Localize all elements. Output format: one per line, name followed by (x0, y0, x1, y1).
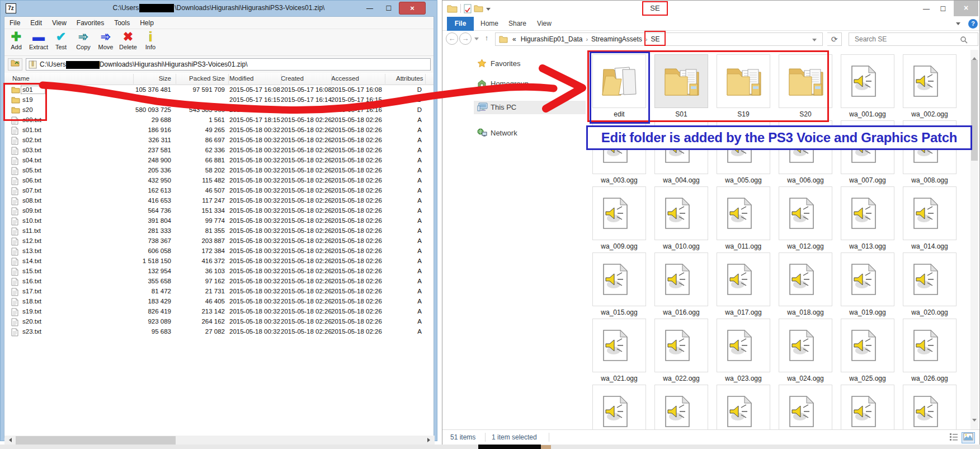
address-combo[interactable]: C:\UsersDownloads\Higurashi\HigurashiPS3… (26, 58, 431, 71)
qat-dropdown-icon[interactable] (486, 8, 491, 11)
sevenzip-titlebar[interactable]: 7z C:\Users\Downloads\Higurashi\Higurash… (1, 1, 437, 16)
column-separator[interactable] (176, 74, 176, 84)
menu-item-file[interactable]: File (4, 17, 25, 29)
table-row[interactable]: s13.txt606 058172 3842015-05-18 00:32201… (4, 246, 434, 256)
toolbar-button-move[interactable]: ➾Move (95, 29, 116, 55)
file-tile-clipped[interactable] (654, 385, 708, 429)
table-row[interactable]: s07.txt162 61346 5072015-05-18 00:322015… (4, 186, 434, 196)
file-tile-wa_011-ogg[interactable] (717, 186, 770, 240)
close-button[interactable]: × (954, 1, 978, 16)
table-row[interactable]: s04.txt248 90066 8812015-05-18 00:322015… (4, 156, 434, 166)
toolbar-button-info[interactable]: iInfo (140, 29, 161, 55)
thumbnail-view-button[interactable] (962, 432, 975, 443)
table-row[interactable]: s09.txt564 736151 3342015-05-18 00:32201… (4, 206, 434, 216)
search-input[interactable]: Search SE (849, 32, 978, 46)
table-row[interactable]: s08.txt416 653117 2472015-05-18 00:32201… (4, 196, 434, 206)
scroll-down-icon[interactable] (970, 420, 978, 429)
table-row[interactable]: s05.txt205 33658 2022015-05-18 00:322015… (4, 166, 434, 176)
toolbar-button-test[interactable]: ✔Test (50, 29, 72, 55)
forward-button[interactable]: → (459, 32, 472, 45)
file-tile-wa_019-ogg[interactable] (841, 252, 894, 306)
file-tile-wa_012-ogg[interactable] (779, 186, 832, 240)
sidebar-item-this-pc[interactable]: This PC (474, 101, 586, 114)
column-separator[interactable] (133, 74, 134, 84)
column-separator[interactable] (228, 74, 229, 84)
sidebar-item-favorites[interactable]: Favorites (474, 57, 586, 71)
new-folder-icon[interactable] (474, 4, 483, 12)
table-row[interactable]: s18.txt183 42946 4052015-05-18 00:322015… (4, 297, 434, 307)
file-tile-clipped[interactable] (779, 385, 832, 429)
menu-item-help[interactable]: Help (135, 17, 159, 29)
menu-item-view[interactable]: View (47, 17, 72, 29)
breadcrumb-item-streamingassets[interactable]: StreamingAssets (589, 33, 644, 45)
properties-doc-icon[interactable] (464, 4, 472, 13)
table-row[interactable]: s12.txt738 367203 8872015-05-18 00:32201… (4, 236, 434, 246)
help-icon[interactable]: ? (968, 19, 978, 29)
menu-item-favorites[interactable]: Favorites (72, 17, 109, 29)
file-tile-clipped[interactable] (903, 385, 957, 429)
file-tile-wa_026-ogg[interactable] (903, 319, 957, 372)
scrollbar-thumb[interactable] (16, 436, 176, 445)
file-tile-wa_023-ogg[interactable] (717, 319, 770, 372)
column-separator[interactable] (385, 74, 385, 84)
explorer-titlebar[interactable]: SE — ☐ × (442, 1, 979, 17)
sidebar-item-network[interactable]: Network (474, 127, 586, 140)
column-header-attributes[interactable]: Attributes (396, 75, 422, 82)
ribbon-collapse-icon[interactable] (956, 22, 960, 25)
back-button[interactable]: ← (446, 32, 458, 45)
column-header-size[interactable]: Size (114, 75, 171, 82)
file-tile-wa_014-ogg[interactable] (903, 186, 957, 240)
file-tile-wa_002-ogg[interactable] (903, 54, 957, 108)
minimize-button[interactable]: — (361, 3, 379, 13)
scroll-up-icon[interactable] (970, 50, 978, 59)
file-tile-wa_020-ogg[interactable] (903, 252, 957, 306)
file-tile-wa_017-ogg[interactable] (717, 252, 770, 306)
minimize-button[interactable]: — (919, 5, 934, 13)
refresh-button[interactable]: ⟳ (827, 32, 842, 46)
file-tile-wa_013-ogg[interactable] (841, 186, 894, 240)
column-separator[interactable] (425, 74, 426, 84)
column-header-packed-size[interactable]: Packed Size (173, 75, 225, 82)
address-dropdown-icon[interactable] (812, 39, 817, 41)
table-row[interactable]: s15.txt132 95436 1032015-05-18 00:322015… (4, 266, 434, 277)
table-row[interactable]: s11.txt281 33381 3552015-05-18 00:322015… (4, 226, 434, 236)
table-row[interactable]: s03.txt237 58162 3362015-05-18 00:322015… (4, 146, 434, 156)
tab-share[interactable]: Share (505, 17, 530, 31)
table-row[interactable]: s02.txt326 31186 6972015-05-18 00:322015… (4, 135, 434, 146)
up-button[interactable]: ↑ (482, 34, 492, 44)
scroll-right-icon[interactable] (424, 436, 433, 445)
column-header-created[interactable]: Created (281, 75, 330, 82)
up-folder-button[interactable] (8, 58, 22, 71)
table-row[interactable]: s20580 093 725543 383 9662015-05-17 16:1… (4, 105, 434, 115)
file-tile-wa_010-ogg[interactable] (654, 186, 708, 240)
file-tile-wa_001-ogg[interactable] (841, 54, 894, 108)
table-row[interactable]: s20.txt923 089264 1622015-05-18 00:32201… (4, 317, 434, 327)
column-header-name[interactable]: Name (12, 75, 100, 82)
table-row[interactable]: s01105 376 48197 591 7092015-05-17 16:08… (4, 85, 434, 95)
column-header-modified[interactable]: Modified (229, 75, 281, 82)
column-separator[interactable] (331, 74, 332, 84)
file-tile-wa_024-ogg[interactable] (779, 319, 832, 372)
file-tile-wa_021-ogg[interactable] (592, 319, 646, 372)
recent-locations-icon[interactable] (474, 38, 479, 40)
toolbar-button-extract[interactable]: ▬Extract (28, 29, 49, 55)
toolbar-button-copy[interactable]: ➾Copy (73, 29, 94, 55)
table-row[interactable]: s16.txt355 65897 1622015-05-18 00:322015… (4, 277, 434, 287)
menu-item-edit[interactable]: Edit (25, 17, 47, 29)
table-row[interactable]: s10.txt391 80499 7742015-05-18 00:322015… (4, 216, 434, 226)
list-column-headers[interactable]: NameSizePacked SizeModifiedCreatedAccess… (4, 73, 434, 85)
column-separator[interactable] (281, 74, 281, 84)
tab-view[interactable]: View (533, 17, 555, 31)
maximize-button[interactable]: ☐ (936, 5, 950, 13)
tab-home[interactable]: Home (477, 17, 502, 31)
file-tile-wa_018-ogg[interactable] (779, 252, 832, 306)
table-row[interactable]: s14.txt1 518 150416 3722015-05-18 00:322… (4, 256, 434, 266)
breadcrumb-item-higurashiep01_data[interactable]: HigurashiEp01_Data (519, 33, 585, 45)
menu-item-tools[interactable]: Tools (109, 17, 135, 29)
table-row[interactable]: s01.txt186 91649 2652015-05-18 00:322015… (4, 125, 434, 135)
search-icon[interactable] (960, 36, 968, 44)
table-row[interactable]: s19.txt826 419213 1422015-05-18 00:32201… (4, 307, 434, 317)
table-row[interactable]: s06.txt432 950115 4822015-05-18 00:32201… (4, 176, 434, 186)
file-tile-clipped[interactable] (592, 385, 646, 429)
vertical-scrollbar[interactable] (970, 50, 978, 428)
